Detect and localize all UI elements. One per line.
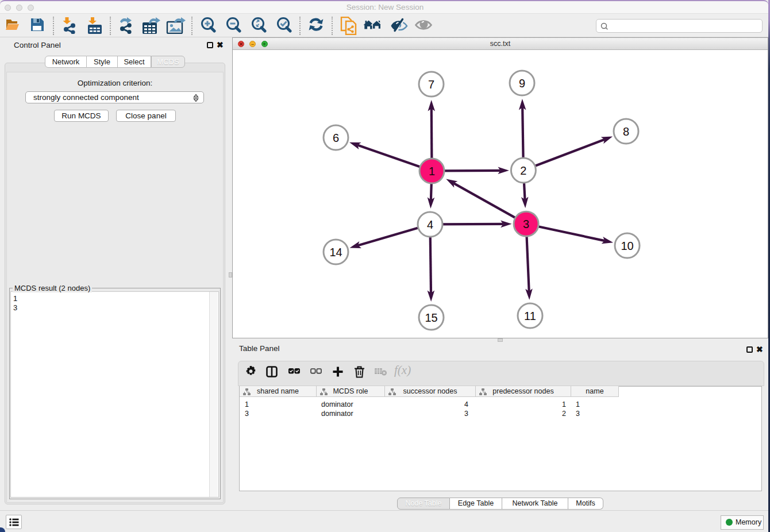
svg-text:2: 2 [520,164,526,176]
svg-text:3: 3 [523,217,529,230]
svg-text:6: 6 [332,131,338,144]
svg-text:7: 7 [428,78,434,90]
svg-text:1: 1 [428,164,434,177]
svg-text:8: 8 [622,125,629,137]
svg-text:14: 14 [329,245,342,258]
svg-text:9: 9 [518,76,525,89]
svg-text:4: 4 [426,218,433,230]
svg-text:10: 10 [621,239,633,252]
svg-text:15: 15 [425,311,437,323]
svg-text:11: 11 [524,309,536,322]
